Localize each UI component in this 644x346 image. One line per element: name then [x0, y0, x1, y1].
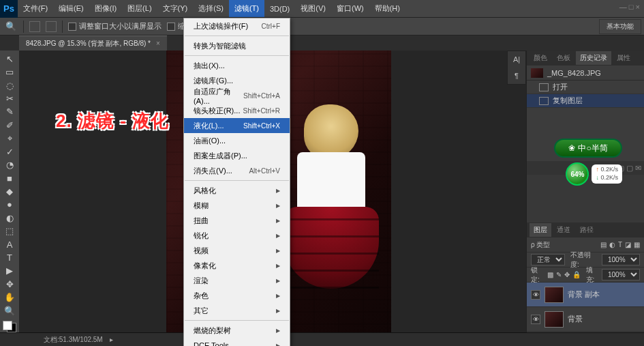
menu-2[interactable]: 图像(I): [89, 0, 122, 17]
menu-item[interactable]: 锐化▶: [184, 228, 290, 243]
paragraph-icon[interactable]: ¶: [508, 68, 525, 84]
menu-9[interactable]: 窗口(W): [331, 0, 369, 17]
opacity-select[interactable]: 100%: [602, 254, 640, 265]
resize-window-checkbox[interactable]: 调整窗口大小以满屏显示: [68, 21, 162, 31]
tool-19[interactable]: 🔍: [3, 305, 16, 316]
menu-item[interactable]: 上次滤镜操作(F)Ctrl+F: [184, 18, 290, 33]
toolbox: ↖▭◌✂✎✐⌖✓◔■◆●◐⬚AT▶✥✋🔍: [0, 51, 19, 332]
tool-12[interactable]: ◐: [3, 212, 16, 223]
menu-item[interactable]: 液化(L)...Shift+Ctrl+X: [184, 118, 290, 133]
menubar: Ps 文件(F)编辑(E)图像(I)图层(L)文字(Y)选择(S)滤镜(T)3D…: [0, 0, 644, 18]
menu-item[interactable]: 扭曲▶: [184, 213, 290, 228]
filter-menu-dropdown[interactable]: 上次滤镜操作(F)Ctrl+F转换为智能滤镜抽出(X)...滤镜库(G)...自…: [183, 18, 290, 346]
menu-3[interactable]: 图层(L): [122, 0, 157, 17]
tool-14[interactable]: A: [3, 239, 16, 250]
character-icon[interactable]: A|: [508, 51, 525, 68]
tool-3[interactable]: ✂: [3, 93, 16, 104]
history-step[interactable]: 复制图层: [527, 94, 644, 108]
panel-tab[interactable]: 路径: [576, 223, 598, 237]
tool-13[interactable]: ⬚: [3, 225, 16, 236]
layer-row[interactable]: 👁背景: [527, 307, 644, 332]
tool-4[interactable]: ✎: [3, 106, 16, 117]
chevron-right-icon[interactable]: ▸: [110, 336, 113, 343]
document-tab[interactable]: 8428.JPG @ 15.3% (背景 副本, RGB/8) *×: [19, 35, 167, 51]
menu-7[interactable]: 3D(D): [264, 0, 295, 17]
tool-17[interactable]: ✥: [3, 278, 16, 289]
lock-position-icon[interactable]: ✥: [564, 271, 570, 278]
menu-1[interactable]: 编辑(E): [53, 0, 89, 17]
zoom-in-icon[interactable]: [29, 21, 40, 32]
lock-all-icon[interactable]: 🔒: [572, 271, 581, 278]
menu-item[interactable]: 模糊▶: [184, 198, 290, 213]
layers-panel-tabs[interactable]: 图层通道路径: [527, 222, 644, 237]
filter-smart-icon[interactable]: ▦: [634, 241, 640, 248]
layer-row[interactable]: 👁背景 副本: [527, 283, 644, 307]
panel-tab[interactable]: 历史记录: [576, 51, 611, 65]
filter-shape-icon[interactable]: ◪: [625, 241, 631, 248]
options-bar: 🔍 调整窗口大小以满屏显示 缩放所有: [0, 18, 644, 35]
filter-adjust-icon[interactable]: ◐: [609, 241, 615, 248]
tutorial-annotation: 2. 滤镜 - 液化: [56, 109, 169, 133]
tool-6[interactable]: ⌖: [3, 133, 16, 144]
menu-item[interactable]: 渲染▶: [184, 273, 290, 288]
menu-item[interactable]: 图案生成器(P)...: [184, 148, 290, 163]
lock-image-icon[interactable]: ✎: [556, 271, 562, 278]
filter-pixel-icon[interactable]: ▤: [600, 241, 607, 248]
panel-tab[interactable]: 色板: [553, 51, 574, 65]
menu-item[interactable]: 风格化▶: [184, 183, 290, 198]
menu-item[interactable]: 抽出(X)...: [184, 58, 290, 73]
panel-tab[interactable]: 图层: [530, 223, 551, 237]
menu-0[interactable]: 文件(F): [18, 0, 53, 17]
app-logo: Ps: [0, 0, 18, 18]
panel-tab[interactable]: 通道: [553, 223, 574, 237]
visibility-icon[interactable]: 👁: [531, 290, 540, 300]
tool-1[interactable]: ▭: [3, 66, 16, 77]
menu-5[interactable]: 选择(S): [193, 0, 229, 17]
tool-5[interactable]: ✐: [3, 119, 16, 130]
tool-0[interactable]: ↖: [3, 53, 16, 64]
document-tabbar: 8428.JPG @ 15.3% (背景 副本, RGB/8) *×: [0, 35, 644, 51]
menu-item[interactable]: DCE Tools▶: [184, 338, 290, 346]
menu-item[interactable]: 像素化▶: [184, 258, 290, 273]
panel-tab[interactable]: 属性: [613, 51, 634, 65]
menu-8[interactable]: 视图(V): [295, 0, 331, 17]
tool-7[interactable]: ✓: [3, 146, 16, 157]
lock-transparent-icon[interactable]: ▩: [547, 271, 553, 278]
menu-6[interactable]: 滤镜(T): [229, 0, 264, 17]
panel-tab[interactable]: 颜色: [530, 51, 551, 65]
menu-item[interactable]: 燃烧的梨树▶: [184, 323, 290, 338]
ime-widget[interactable]: 中○半简: [554, 139, 622, 158]
menu-10[interactable]: 帮助(H): [369, 0, 405, 17]
workspace-switcher[interactable]: 基本功能: [599, 19, 641, 34]
tool-2[interactable]: ◌: [3, 80, 16, 91]
history-step[interactable]: 打开: [527, 81, 644, 94]
filter-type-icon[interactable]: T: [618, 241, 622, 248]
menu-item[interactable]: 视频▶: [184, 243, 290, 258]
fill-select[interactable]: 100%: [602, 269, 640, 280]
menu-item[interactable]: 转换为智能滤镜: [184, 38, 290, 53]
menu-item[interactable]: 消失点(V)...Alt+Ctrl+V: [184, 163, 290, 178]
tool-18[interactable]: ✋: [3, 292, 16, 303]
history-panel-tabs[interactable]: 颜色色板历史记录属性: [527, 51, 644, 66]
tool-10[interactable]: ◆: [3, 186, 16, 197]
tool-8[interactable]: ◔: [3, 159, 16, 170]
color-swatch[interactable]: [3, 321, 16, 332]
tool-11[interactable]: ●: [3, 199, 16, 210]
menu-item[interactable]: 杂色▶: [184, 288, 290, 303]
menu-item[interactable]: 镜头校正(R)...Shift+Ctrl+R: [184, 103, 290, 118]
visibility-icon[interactable]: 👁: [531, 315, 540, 324]
tool-9[interactable]: ■: [3, 173, 16, 184]
collapsed-panel-dock[interactable]: A| ¶: [507, 51, 526, 85]
blend-mode-select[interactable]: 正常: [531, 254, 565, 265]
close-icon[interactable]: ×: [156, 40, 160, 47]
layers-panel[interactable]: ρ 类型 ▤ ◐ T ◪ ▦ 正常 不透明度: 100% 锁定: ▩ ✎: [527, 237, 644, 332]
tool-16[interactable]: ▶: [3, 265, 16, 276]
zoom-out-icon[interactable]: [46, 21, 57, 32]
menu-item[interactable]: 自适应广角(A)...Shift+Ctrl+A: [184, 88, 290, 103]
statusbar: 文档:51.3M/102.5M ▸: [0, 332, 644, 346]
menu-item[interactable]: 油画(O)...: [184, 133, 290, 148]
menu-item[interactable]: 其它▶: [184, 303, 290, 318]
window-controls[interactable]: — □ ×: [619, 3, 640, 11]
menu-4[interactable]: 文字(Y): [157, 0, 194, 17]
tool-15[interactable]: T: [3, 252, 16, 263]
